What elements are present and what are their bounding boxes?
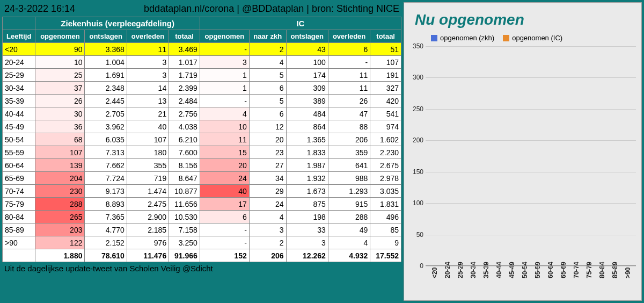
col-6: naar zkh <box>249 30 286 43</box>
table-row: <20903.368113.469-243651 <box>3 43 401 56</box>
col-7: ontslagen <box>286 30 328 43</box>
x-label: <20 <box>431 268 438 278</box>
col-8: overleden <box>328 30 370 43</box>
footnote: Uit de dagelijkse update-tweet van Schol… <box>2 262 401 273</box>
data-table: Ziekenhuis (verpleegafdeling) IC Leeftij… <box>2 17 401 262</box>
col-1: opgenomen <box>35 30 85 43</box>
table-row: 30-34372.348142.3991630911327 <box>3 82 401 95</box>
x-label: 70-74 <box>573 262 580 278</box>
legend-zkh: opgenomen (zkh) <box>431 34 494 42</box>
table-row: 35-39262.445132.484-538926420 <box>3 95 401 107</box>
table-row: 55-591077.3131807.60015231.8333592.230 <box>3 146 401 159</box>
table-row: 70-742309.1731.47410.87740291.6731.2933.… <box>3 185 401 198</box>
x-label: 50-54 <box>521 262 529 278</box>
source-line: bddataplan.nl/corona | @BDDataplan | bro… <box>144 3 399 15</box>
ytick: 200 <box>409 136 423 144</box>
col-5: opgenomen <box>200 30 249 43</box>
x-label: 20-24 <box>444 262 451 278</box>
table-row: 45-49363.962404.038101286488974 <box>3 120 401 133</box>
table-panel: 24-3-2022 16:14 bddataplan.nl/corona | @… <box>2 2 401 301</box>
table-row: 65-692047.7247198.64724341.9329882.978 <box>3 172 401 185</box>
table-row: 40-44302.705212.7564648447541 <box>3 107 401 120</box>
x-label: 75-79 <box>586 262 593 278</box>
swatch-blue-icon <box>431 35 437 41</box>
x-label: 65-69 <box>560 262 567 278</box>
table-row: 85-892034.7702.1857.158-3334985 <box>3 223 401 236</box>
ytick: 100 <box>409 199 423 207</box>
col-0: Leeftijd <box>3 30 35 43</box>
x-label: 85-89 <box>611 262 619 278</box>
col-age-blank <box>3 17 35 30</box>
x-label: 45-49 <box>508 262 516 278</box>
header-bar: 24-3-2022 16:14 bddataplan.nl/corona | @… <box>2 2 401 17</box>
table-row: 25-29251.69131.7191517411191 <box>3 69 401 82</box>
x-label: 25-29 <box>457 262 464 278</box>
ytick: 350 <box>409 42 423 50</box>
timestamp: 24-3-2022 16:14 <box>4 3 75 15</box>
group-zkh: Ziekenhuis (verpleegafdeling) <box>35 17 200 30</box>
ytick: 0 <box>409 262 423 270</box>
chart-panel: Nu opgenomen opgenomen (zkh) opgenomen (… <box>404 2 642 301</box>
table-row: >901222.1529763.250-2349 <box>3 236 401 249</box>
col-3: overleden <box>127 30 169 43</box>
table-row: 50-54686.0351076.21011201.3652061.602 <box>3 133 401 146</box>
x-label: 80-84 <box>598 262 606 278</box>
col-4: totaal <box>169 30 200 43</box>
x-label: 40-44 <box>495 262 503 278</box>
ytick: 150 <box>409 168 423 176</box>
totals-row: 1.88078.61011.47691.96615220612.2624.932… <box>3 249 401 262</box>
legend-ic: opgenomen (IC) <box>503 34 562 42</box>
table-row: 60-641397.6623558.15620271.9876412.675 <box>3 159 401 172</box>
x-label: 55-59 <box>534 262 541 278</box>
ytick: 250 <box>409 105 423 113</box>
chart-legend: opgenomen (zkh) opgenomen (IC) <box>431 34 636 42</box>
swatch-orange-icon <box>503 35 509 41</box>
table-row: 75-792888.8932.47511.65617248759151.831 <box>3 198 401 211</box>
col-2: ontslagen <box>85 30 127 43</box>
group-ic: IC <box>200 17 401 30</box>
x-label: 30-34 <box>470 262 477 278</box>
x-label: >90 <box>624 268 632 278</box>
x-label: 35-39 <box>482 262 490 278</box>
chart-title: Nu opgenomen <box>415 11 634 28</box>
ytick: 300 <box>409 74 423 81</box>
x-label: 60-64 <box>547 262 554 278</box>
col-9: totaal <box>370 30 401 43</box>
table-row: 20-24101.00431.01734100-107 <box>3 56 401 69</box>
ytick: 50 <box>409 231 423 239</box>
chart-area: <2020-2425-2930-3435-3940-4445-4950-5455… <box>426 46 636 266</box>
table-row: 80-842657.3652.90010.53064198288496 <box>3 211 401 223</box>
